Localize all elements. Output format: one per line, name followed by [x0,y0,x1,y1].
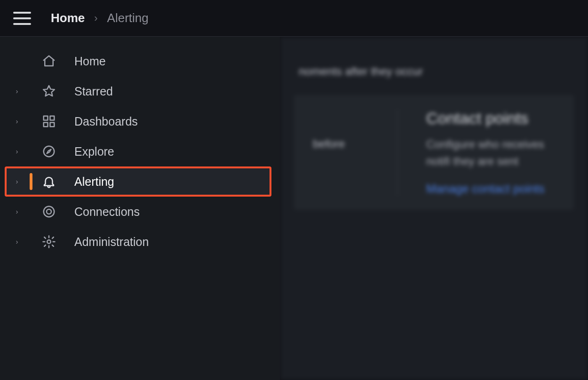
card-divider [397,109,398,196]
sidebar-item-home[interactable]: › Home [0,46,280,76]
sidebar-item-label: Dashboards [74,115,138,128]
compass-icon [40,143,57,160]
sidebar-item-explore[interactable]: › Explore [0,136,280,166]
breadcrumb-current: Alerting [107,11,149,25]
top-bar: Home › Alerting [0,0,588,37]
svg-rect-0 [44,116,48,120]
breadcrumb-home[interactable]: Home [51,11,85,25]
chevron-right-icon[interactable]: › [12,148,22,155]
card-title: Contact points [426,109,555,127]
gear-icon [40,233,57,250]
content-area: noments after they occur before Contact … [280,37,588,380]
dashboards-icon [40,113,57,130]
chevron-right-icon[interactable]: › [12,208,22,215]
sidebar-item-label: Alerting [74,175,114,189]
sidebar-item-label: Starred [74,85,113,98]
sidebar: › Home › Starred › Dashboards › E [0,37,280,380]
sidebar-item-label: Administration [74,235,149,249]
chevron-right-icon[interactable]: › [12,87,22,95]
card-left-fragment: before [313,109,369,196]
chevron-right-icon[interactable]: › [12,238,22,245]
sidebar-item-alerting[interactable]: › Alerting [5,166,271,197]
breadcrumb: Home › Alerting [51,11,149,25]
sidebar-item-label: Explore [74,145,114,158]
main: › Home › Starred › Dashboards › E [0,37,588,380]
home-icon [40,53,57,70]
bell-icon [40,173,57,190]
contact-points-card: before Contact points Configure who rece… [294,95,574,210]
svg-rect-1 [50,116,55,120]
chevron-right-icon[interactable]: › [12,178,22,185]
sidebar-item-connections[interactable]: › Connections [0,197,280,227]
svg-point-4 [44,146,55,157]
active-indicator [30,173,32,190]
svg-point-6 [47,209,51,214]
card-description: Configure who receives notifi they are s… [426,136,555,170]
svg-point-7 [47,240,51,244]
sidebar-item-label: Home [74,55,106,68]
chevron-right-icon[interactable]: › [12,118,22,125]
sidebar-item-label: Connections [74,205,140,219]
sidebar-item-starred[interactable]: › Starred [0,76,280,106]
sidebar-item-administration[interactable]: › Administration [0,227,280,257]
star-icon [40,83,57,100]
chevron-right-icon: › [94,12,97,24]
svg-rect-3 [50,123,55,127]
content-top-text: noments after they occur [294,65,574,78]
svg-rect-2 [44,123,48,127]
menu-toggle-icon[interactable] [13,12,31,25]
sidebar-item-dashboards[interactable]: › Dashboards [0,106,280,136]
svg-point-5 [44,206,55,217]
link-icon [40,203,57,220]
manage-contact-points-link[interactable]: Manage contact points [426,182,555,196]
